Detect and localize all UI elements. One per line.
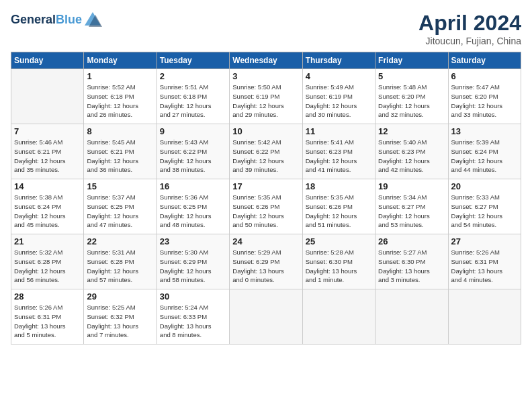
calendar-title: April 2024: [418, 11, 521, 36]
day-info: Sunrise: 5:47 AMSunset: 6:20 PMDaylight:…: [451, 83, 518, 120]
day-number: 30: [160, 291, 226, 302]
day-info: Sunrise: 5:45 AMSunset: 6:21 PMDaylight:…: [87, 138, 153, 175]
day-number: 10: [232, 126, 299, 136]
calendar-cell: 3Sunrise: 5:50 AMSunset: 6:19 PMDaylight…: [230, 69, 302, 124]
day-info: Sunrise: 5:26 AMSunset: 6:31 PMDaylight:…: [14, 303, 81, 340]
day-number: 6: [451, 71, 518, 81]
calendar-cell: 1Sunrise: 5:52 AMSunset: 6:18 PMDaylight…: [84, 69, 157, 124]
day-number: 18: [306, 181, 372, 191]
day-info: Sunrise: 5:33 AMSunset: 6:27 PMDaylight:…: [451, 193, 518, 230]
calendar-cell: 9Sunrise: 5:43 AMSunset: 6:22 PMDaylight…: [157, 124, 229, 179]
day-info: Sunrise: 5:31 AMSunset: 6:28 PMDaylight:…: [87, 248, 153, 285]
calendar-cell: 17Sunrise: 5:35 AMSunset: 6:26 PMDayligh…: [230, 179, 302, 234]
day-number: 7: [14, 126, 81, 136]
calendar-cell: 25Sunrise: 5:28 AMSunset: 6:30 PMDayligh…: [302, 234, 375, 289]
calendar-cell: 30Sunrise: 5:24 AMSunset: 6:33 PMDayligh…: [157, 289, 229, 345]
day-number: 9: [160, 126, 226, 136]
title-block: April 2024 Jitoucun, Fujian, China: [418, 11, 521, 46]
day-info: Sunrise: 5:32 AMSunset: 6:28 PMDaylight:…: [14, 248, 81, 285]
calendar-cell: 16Sunrise: 5:36 AMSunset: 6:25 PMDayligh…: [157, 179, 229, 234]
day-info: Sunrise: 5:46 AMSunset: 6:21 PMDaylight:…: [14, 138, 81, 175]
day-info: Sunrise: 5:48 AMSunset: 6:20 PMDaylight:…: [378, 83, 445, 120]
calendar-week-row: 21Sunrise: 5:32 AMSunset: 6:28 PMDayligh…: [11, 234, 521, 289]
calendar-cell: 6Sunrise: 5:47 AMSunset: 6:20 PMDaylight…: [448, 69, 521, 124]
day-number: 22: [87, 236, 153, 246]
day-info: Sunrise: 5:27 AMSunset: 6:30 PMDaylight:…: [378, 248, 445, 285]
day-info: Sunrise: 5:25 AMSunset: 6:32 PMDaylight:…: [87, 303, 153, 340]
day-info: Sunrise: 5:52 AMSunset: 6:18 PMDaylight:…: [87, 83, 153, 120]
day-info: Sunrise: 5:41 AMSunset: 6:23 PMDaylight:…: [306, 138, 372, 175]
day-number: 16: [160, 181, 226, 191]
day-number: 25: [306, 236, 372, 246]
weekday-header: Tuesday: [157, 52, 229, 69]
day-info: Sunrise: 5:43 AMSunset: 6:22 PMDaylight:…: [160, 138, 226, 175]
logo-icon: [83, 11, 102, 30]
calendar-cell: 20Sunrise: 5:33 AMSunset: 6:27 PMDayligh…: [448, 179, 521, 234]
calendar-cell: 28Sunrise: 5:26 AMSunset: 6:31 PMDayligh…: [11, 289, 84, 345]
day-number: 27: [451, 236, 518, 246]
day-number: 1: [87, 71, 153, 81]
calendar-cell: 27Sunrise: 5:26 AMSunset: 6:31 PMDayligh…: [448, 234, 521, 289]
calendar-cell: 13Sunrise: 5:39 AMSunset: 6:24 PMDayligh…: [448, 124, 521, 179]
weekday-header: Thursday: [302, 52, 375, 69]
day-info: Sunrise: 5:34 AMSunset: 6:27 PMDaylight:…: [378, 193, 445, 230]
logo-text: GeneralBlue: [11, 13, 82, 27]
day-info: Sunrise: 5:38 AMSunset: 6:24 PMDaylight:…: [14, 193, 81, 230]
day-number: 21: [14, 236, 81, 246]
day-number: 11: [306, 126, 372, 136]
calendar-cell: 19Sunrise: 5:34 AMSunset: 6:27 PMDayligh…: [375, 179, 448, 234]
calendar-cell: 24Sunrise: 5:29 AMSunset: 6:29 PMDayligh…: [230, 234, 302, 289]
day-number: 4: [306, 71, 372, 81]
day-number: 5: [378, 71, 445, 81]
day-info: Sunrise: 5:49 AMSunset: 6:19 PMDaylight:…: [306, 83, 372, 120]
day-number: 17: [232, 181, 299, 191]
calendar-week-row: 1Sunrise: 5:52 AMSunset: 6:18 PMDaylight…: [11, 69, 521, 124]
calendar-cell: 23Sunrise: 5:30 AMSunset: 6:29 PMDayligh…: [157, 234, 229, 289]
calendar-cell: 22Sunrise: 5:31 AMSunset: 6:28 PMDayligh…: [84, 234, 157, 289]
calendar-cell: 18Sunrise: 5:35 AMSunset: 6:26 PMDayligh…: [302, 179, 375, 234]
day-number: 3: [232, 71, 299, 81]
main-container: GeneralBlue April 2024 Jitoucun, Fujian,…: [0, 0, 532, 351]
calendar-cell: 26Sunrise: 5:27 AMSunset: 6:30 PMDayligh…: [375, 234, 448, 289]
calendar-cell: 15Sunrise: 5:37 AMSunset: 6:25 PMDayligh…: [84, 179, 157, 234]
weekday-header: Wednesday: [230, 52, 302, 69]
day-info: Sunrise: 5:29 AMSunset: 6:29 PMDaylight:…: [232, 248, 299, 285]
day-number: 2: [160, 71, 226, 81]
calendar-cell: 10Sunrise: 5:42 AMSunset: 6:22 PMDayligh…: [230, 124, 302, 179]
calendar-cell: [302, 289, 375, 345]
day-number: 28: [14, 291, 81, 302]
day-info: Sunrise: 5:28 AMSunset: 6:30 PMDaylight:…: [306, 248, 372, 285]
calendar-cell: 11Sunrise: 5:41 AMSunset: 6:23 PMDayligh…: [302, 124, 375, 179]
day-number: 29: [87, 291, 153, 302]
logo: GeneralBlue: [11, 11, 102, 30]
calendar-cell: 12Sunrise: 5:40 AMSunset: 6:23 PMDayligh…: [375, 124, 448, 179]
calendar-cell: [11, 69, 84, 124]
calendar-cell: 4Sunrise: 5:49 AMSunset: 6:19 PMDaylight…: [302, 69, 375, 124]
day-number: 24: [232, 236, 299, 246]
weekday-header: Monday: [84, 52, 157, 69]
day-info: Sunrise: 5:39 AMSunset: 6:24 PMDaylight:…: [451, 138, 518, 175]
day-number: 20: [451, 181, 518, 191]
day-info: Sunrise: 5:36 AMSunset: 6:25 PMDaylight:…: [160, 193, 226, 230]
calendar-week-row: 7Sunrise: 5:46 AMSunset: 6:21 PMDaylight…: [11, 124, 521, 179]
calendar-cell: [375, 289, 448, 345]
day-info: Sunrise: 5:26 AMSunset: 6:31 PMDaylight:…: [451, 248, 518, 285]
weekday-header-row: SundayMondayTuesdayWednesdayThursdayFrid…: [11, 52, 521, 69]
calendar-week-row: 28Sunrise: 5:26 AMSunset: 6:31 PMDayligh…: [11, 289, 521, 345]
header: GeneralBlue April 2024 Jitoucun, Fujian,…: [11, 11, 521, 46]
weekday-header: Sunday: [11, 52, 84, 69]
calendar-cell: 2Sunrise: 5:51 AMSunset: 6:18 PMDaylight…: [157, 69, 229, 124]
calendar-cell: 29Sunrise: 5:25 AMSunset: 6:32 PMDayligh…: [84, 289, 157, 345]
calendar-cell: 21Sunrise: 5:32 AMSunset: 6:28 PMDayligh…: [11, 234, 84, 289]
calendar-cell: [448, 289, 521, 345]
calendar-subtitle: Jitoucun, Fujian, China: [418, 36, 521, 46]
day-info: Sunrise: 5:35 AMSunset: 6:26 PMDaylight:…: [306, 193, 372, 230]
day-number: 8: [87, 126, 153, 136]
day-info: Sunrise: 5:24 AMSunset: 6:33 PMDaylight:…: [160, 303, 226, 340]
day-number: 15: [87, 181, 153, 191]
day-info: Sunrise: 5:50 AMSunset: 6:19 PMDaylight:…: [232, 83, 299, 120]
day-info: Sunrise: 5:42 AMSunset: 6:22 PMDaylight:…: [232, 138, 299, 175]
day-info: Sunrise: 5:40 AMSunset: 6:23 PMDaylight:…: [378, 138, 445, 175]
day-number: 26: [378, 236, 445, 246]
day-info: Sunrise: 5:30 AMSunset: 6:29 PMDaylight:…: [160, 248, 226, 285]
